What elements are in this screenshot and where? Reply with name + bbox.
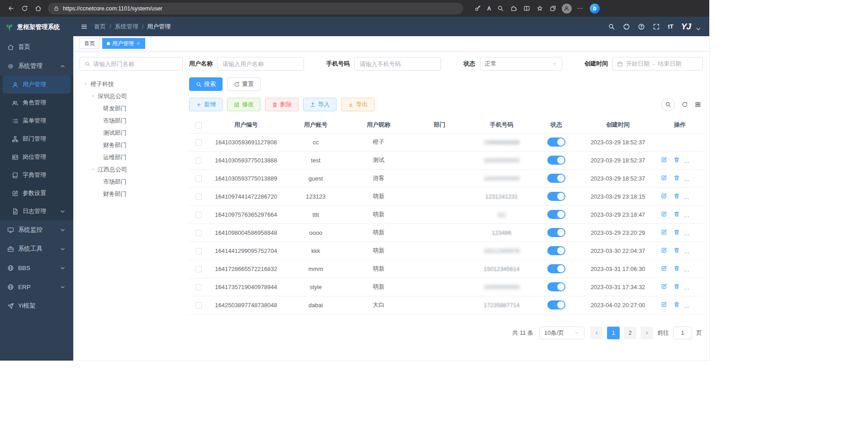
tree-node-branch[interactable]: 江西总公司	[80, 163, 183, 176]
table-row[interactable]: 1641030593775013889 guest 游客 15000000000…	[189, 169, 703, 187]
row-checkbox[interactable]	[195, 302, 202, 309]
row-checkbox[interactable]	[195, 157, 202, 164]
status-toggle[interactable]	[547, 246, 565, 255]
caret-down-icon[interactable]	[83, 81, 88, 86]
sidebar-item-menu-management[interactable]: 菜单管理	[0, 112, 73, 130]
user-avatar[interactable]: YJ	[681, 22, 691, 32]
caret-down-icon[interactable]	[90, 94, 95, 99]
tree-node-company[interactable]: 橙子科技	[80, 78, 183, 90]
row-checkbox[interactable]	[195, 248, 202, 254]
tree-node-dept[interactable]: 运维部门	[80, 151, 183, 163]
caret-down-icon[interactable]	[90, 167, 95, 172]
browser-home-button[interactable]	[32, 2, 44, 15]
page-2-button[interactable]: 2	[624, 327, 636, 339]
sidebar-item-yi-framework[interactable]: Yi框架	[0, 296, 73, 315]
row-checkbox[interactable]	[195, 194, 202, 200]
profile-avatar[interactable]	[562, 4, 572, 14]
row-edit-icon[interactable]	[661, 157, 667, 163]
row-checkbox[interactable]	[195, 284, 202, 290]
table-row[interactable]: 1641030593691127808 cc 橙子 15888888888 20…	[189, 133, 703, 151]
status-toggle[interactable]	[547, 174, 565, 183]
row-reset-password-icon[interactable]	[686, 301, 692, 308]
delete-button[interactable]: 删除	[265, 98, 299, 111]
bing-icon[interactable]: b	[590, 4, 600, 14]
row-checkbox[interactable]	[195, 212, 202, 218]
refresh-table-icon[interactable]	[682, 101, 688, 108]
row-checkbox[interactable]	[195, 230, 202, 236]
row-reset-password-icon[interactable]	[686, 211, 692, 217]
sidebar-item-role-management[interactable]: 角色管理	[0, 94, 73, 112]
row-checkbox[interactable]	[195, 139, 202, 146]
table-row[interactable]: 1641097576365297664 tttt 萌新 111 2023-03-…	[189, 205, 703, 223]
row-checkbox[interactable]	[195, 266, 202, 272]
tab-user-management[interactable]: 用户管理	[102, 38, 145, 49]
status-toggle[interactable]	[547, 192, 565, 201]
row-reset-password-icon[interactable]	[686, 229, 692, 235]
breadcrumb-system[interactable]: 系统管理	[115, 23, 138, 31]
status-toggle[interactable]	[547, 300, 565, 309]
tree-node-dept[interactable]: 研发部门	[80, 102, 183, 114]
table-row[interactable]: 1641441299095752704 kkk 萌新 15012345678 2…	[189, 242, 703, 260]
phone-input[interactable]	[354, 57, 441, 71]
browser-more-icon[interactable]	[574, 2, 587, 15]
github-icon[interactable]	[623, 23, 630, 30]
column-settings-icon[interactable]	[695, 101, 701, 108]
table-row[interactable]: 1641735719040978944 style 萌新 15055555555…	[189, 278, 703, 296]
date-range-picker[interactable]: 开始日期 - 结束日期	[612, 57, 703, 71]
row-delete-icon[interactable]	[674, 157, 680, 163]
status-toggle[interactable]	[547, 282, 565, 291]
status-toggle[interactable]	[547, 228, 565, 237]
sidebar-item-post-management[interactable]: 岗位管理	[0, 148, 73, 166]
sidebar-item-system-management[interactable]: 系统管理	[0, 57, 73, 76]
row-assign-role-icon[interactable]	[698, 301, 703, 308]
breadcrumb-home[interactable]: 首页	[94, 23, 106, 31]
font-size-icon[interactable]: tT	[668, 23, 673, 30]
status-toggle[interactable]	[547, 156, 565, 165]
read-aloud-icon[interactable]: A	[484, 2, 494, 15]
select-all-checkbox[interactable]	[195, 122, 202, 128]
row-edit-icon[interactable]	[661, 283, 667, 290]
row-edit-icon[interactable]	[661, 175, 667, 181]
row-assign-role-icon[interactable]	[698, 193, 703, 199]
goto-page-input[interactable]	[673, 327, 692, 339]
row-reset-password-icon[interactable]	[686, 193, 692, 199]
collections-icon[interactable]	[547, 2, 560, 15]
user-menu-caret-icon[interactable]	[695, 25, 702, 33]
row-edit-icon[interactable]	[661, 247, 667, 253]
toggle-search-icon[interactable]	[661, 98, 675, 111]
table-row[interactable]: 1641098004586958848 oooo 萌新 123486 2023-…	[189, 223, 703, 242]
username-input[interactable]	[217, 57, 304, 71]
status-toggle[interactable]	[547, 210, 565, 219]
fullscreen-icon[interactable]	[653, 23, 660, 30]
sidebar-item-erp[interactable]: ERP	[0, 277, 73, 296]
row-edit-icon[interactable]	[661, 211, 667, 217]
row-reset-password-icon[interactable]	[686, 157, 692, 163]
tree-node-dept[interactable]: 财务部门	[80, 188, 183, 200]
tree-node-dept[interactable]: 测试部门	[80, 127, 183, 139]
row-edit-icon[interactable]	[661, 301, 667, 308]
sidebar-item-system-tools[interactable]: 系统工具	[0, 239, 73, 258]
sidebar-item-system-monitor[interactable]: 系统监控	[0, 220, 73, 239]
import-button[interactable]: 导入	[303, 98, 337, 111]
sidebar-item-parameter-settings[interactable]: 参数设置	[0, 184, 73, 202]
address-bar[interactable]: https://ccnetcore.com:1101/system/user	[48, 3, 463, 14]
tree-node-branch[interactable]: 深圳总公司	[80, 90, 183, 102]
row-edit-icon[interactable]	[661, 193, 667, 199]
next-page-button[interactable]	[640, 327, 653, 339]
header-search-icon[interactable]	[608, 23, 615, 30]
extensions-icon[interactable]	[508, 2, 520, 15]
row-assign-role-icon[interactable]	[698, 211, 703, 217]
row-delete-icon[interactable]	[674, 283, 680, 290]
favorites-icon[interactable]	[534, 2, 546, 15]
status-select[interactable]: 正常	[480, 57, 562, 71]
row-delete-icon[interactable]	[674, 193, 680, 199]
prev-page-button[interactable]	[590, 327, 603, 339]
sidebar-item-user-management[interactable]: 用户管理	[3, 76, 71, 94]
tab-home[interactable]: 首页	[80, 38, 100, 49]
search-button[interactable]: 搜索	[189, 77, 223, 91]
row-assign-role-icon[interactable]	[698, 265, 703, 271]
sidebar-item-dictionary-management[interactable]: 字典管理	[0, 166, 73, 184]
row-delete-icon[interactable]	[674, 301, 680, 308]
edit-button[interactable]: 修改	[227, 98, 261, 111]
page-size-select[interactable]: 10条/页	[539, 327, 584, 339]
